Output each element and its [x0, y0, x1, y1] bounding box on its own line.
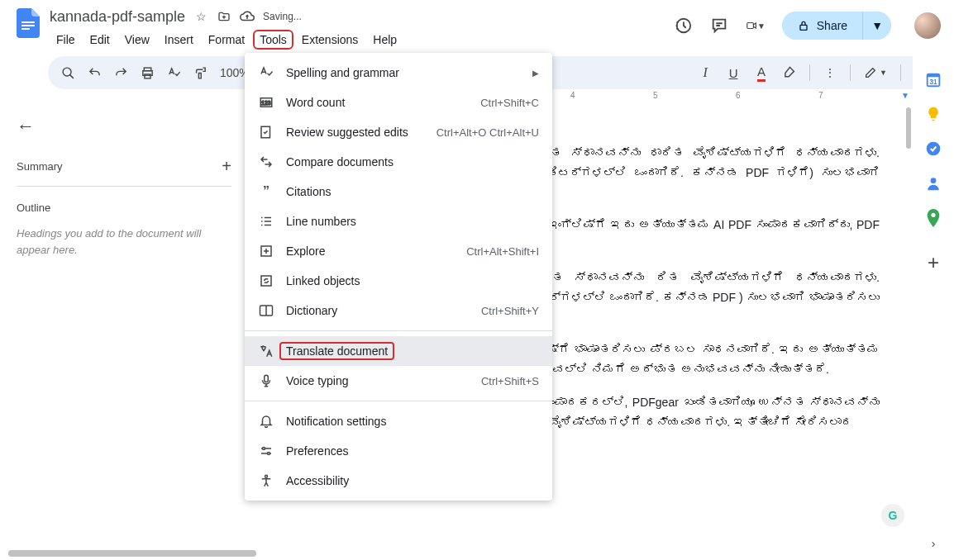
menu-notifications[interactable]: Notification settings [245, 406, 552, 436]
doc-title[interactable]: kannada-pdf-sample [50, 8, 185, 26]
menu-linked[interactable]: Linked objects [245, 266, 552, 296]
saving-status: Saving... [263, 11, 302, 22]
menu-linenumbers[interactable]: Line numbers [245, 206, 552, 236]
account-avatar[interactable] [914, 12, 941, 39]
add-summary-icon[interactable]: + [222, 157, 231, 176]
calendar-icon[interactable]: 31 [923, 69, 943, 89]
outline-panel: ← Summary + Outline Headings you add to … [0, 102, 248, 555]
redo-icon[interactable] [109, 61, 132, 84]
maps-icon[interactable] [923, 208, 943, 228]
menu-view[interactable]: View [118, 30, 156, 50]
right-indent-marker[interactable]: ▼ [901, 91, 909, 100]
mic-icon [258, 373, 274, 389]
svg-rect-20 [261, 276, 271, 286]
back-arrow-icon[interactable]: ← [17, 116, 35, 137]
svg-rect-4 [747, 22, 754, 28]
underline-icon[interactable]: U [722, 61, 745, 84]
menu-wordcount[interactable]: 123 Word count Ctrl+Shift+C [245, 88, 552, 117]
svg-rect-1 [21, 25, 35, 26]
svg-point-24 [265, 475, 268, 477]
menu-preferences[interactable]: Preferences [245, 436, 552, 466]
summary-label: Summary [17, 160, 63, 173]
svg-text:31: 31 [929, 78, 937, 86]
svg-rect-21 [265, 375, 269, 382]
submenu-arrow-icon: ▶ [532, 69, 539, 78]
citations-icon: ” [258, 183, 274, 200]
search-icon[interactable] [56, 61, 79, 84]
menu-dictionary[interactable]: Dictionary Ctrl+Shift+Y [245, 296, 552, 325]
menu-insert[interactable]: Insert [158, 30, 200, 50]
history-icon[interactable] [673, 16, 693, 36]
grammarly-badge[interactable]: G [881, 504, 904, 527]
docs-logo[interactable] [13, 8, 43, 38]
accessibility-icon [258, 472, 274, 489]
linenumbers-icon [258, 213, 274, 230]
svg-point-15 [931, 213, 935, 217]
comment-icon[interactable] [709, 16, 729, 36]
move-folder-icon[interactable] [217, 9, 231, 24]
tools-dropdown: Spelling and grammar ▶ 123 Word count Ct… [245, 53, 552, 501]
menu-extensions[interactable]: Extensions [295, 30, 365, 50]
menu-review[interactable]: Review suggested edits Ctrl+Alt+O Ctrl+A… [245, 117, 552, 147]
menu-citations[interactable]: ” Citations [245, 177, 552, 206]
hide-panel-icon[interactable]: › [932, 537, 936, 550]
text-color-icon[interactable]: A [750, 61, 773, 84]
paint-format-icon[interactable] [188, 61, 212, 84]
edit-mode-icon[interactable]: ▼ [859, 61, 892, 84]
keep-icon[interactable] [923, 104, 943, 124]
translate-icon [258, 343, 274, 359]
side-panel: 31 + › [913, 53, 954, 560]
wordcount-icon: 123 [258, 94, 274, 111]
tasks-icon[interactable] [923, 139, 943, 159]
meet-icon[interactable]: ▼ [746, 16, 766, 36]
menu-translate[interactable]: Translate document [245, 336, 552, 366]
horizontal-scrollbar[interactable] [8, 550, 256, 557]
linked-icon [258, 273, 274, 289]
share-dropdown[interactable]: ▼ [862, 12, 891, 40]
share-button[interactable]: Share [782, 12, 862, 40]
spellcheck-icon[interactable] [162, 61, 185, 84]
italic-icon[interactable]: I [694, 61, 717, 84]
menu-format[interactable]: Format [202, 30, 251, 50]
cloud-sync-icon[interactable] [240, 9, 255, 24]
svg-rect-0 [21, 21, 35, 23]
svg-rect-5 [800, 25, 807, 30]
menu-file[interactable]: File [50, 30, 82, 50]
menu-bar: File Edit View Insert Format Tools Exten… [50, 28, 673, 51]
menu-voice[interactable]: Voice typing Ctrl+Shift+S [245, 366, 552, 396]
menu-explore[interactable]: Explore Ctrl+Alt+Shift+I [245, 236, 552, 266]
outline-hint: Headings you add to the document will ap… [17, 225, 231, 258]
preferences-icon [258, 443, 274, 459]
undo-icon[interactable] [83, 61, 106, 84]
add-addon-icon[interactable]: + [928, 251, 939, 274]
print-icon[interactable] [136, 61, 159, 84]
highlight-icon[interactable] [778, 61, 801, 84]
menu-accessibility[interactable]: Accessibility [245, 466, 552, 496]
share-label: Share [817, 19, 847, 32]
svg-point-22 [263, 448, 265, 450]
svg-point-6 [63, 68, 71, 76]
menu-spelling[interactable]: Spelling and grammar ▶ [245, 58, 552, 88]
compare-icon [258, 154, 274, 170]
svg-point-23 [268, 453, 270, 455]
svg-point-14 [931, 178, 937, 183]
lock-icon [797, 19, 810, 32]
svg-rect-2 [21, 28, 30, 30]
bell-icon [258, 413, 274, 429]
vertical-scrollbar[interactable] [906, 107, 911, 149]
svg-text:123: 123 [261, 100, 271, 106]
dictionary-icon [258, 302, 274, 319]
menu-tools[interactable]: Tools [253, 30, 293, 50]
review-icon [258, 124, 274, 140]
star-icon[interactable]: ☆ [193, 9, 208, 24]
menu-compare[interactable]: Compare documents [245, 147, 552, 177]
more-icon[interactable]: ⋮ [818, 61, 842, 84]
outline-label: Outline [17, 202, 231, 214]
explore-icon [258, 243, 274, 259]
spellcheck-icon [258, 64, 274, 81]
menu-help[interactable]: Help [366, 30, 403, 50]
contacts-icon[interactable] [923, 173, 943, 193]
menu-edit[interactable]: Edit [83, 30, 117, 50]
